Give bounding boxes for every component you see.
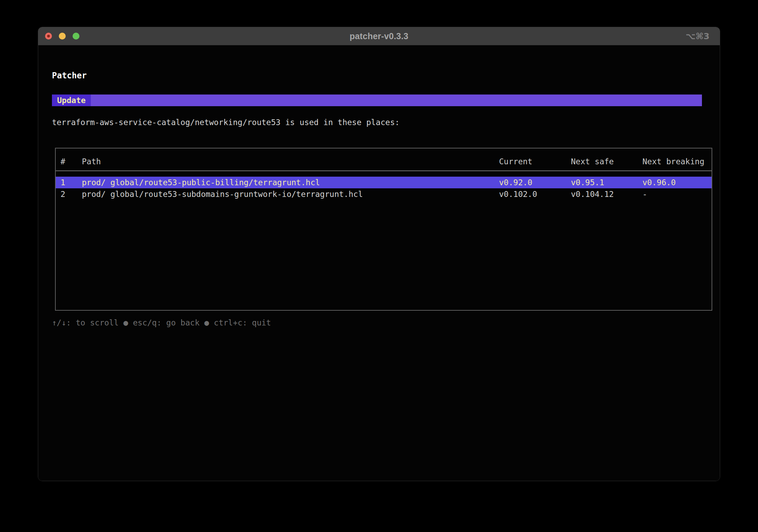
table-body: 1 prod/_global/route53-public-billing/te… [56,177,712,200]
row-next-breaking-version: - [642,190,712,199]
titlebar[interactable]: patcher-v0.3.3 ⌥⌘3 [38,27,720,45]
column-header-num: # [61,157,82,166]
help-bar: ↑/↓: to scroll ● esc/q: go back ● ctrl+c… [52,318,271,327]
terminal-content: Patcher Update terraform-aws-service-cat… [38,46,720,481]
tab-update[interactable]: Update [52,95,91,106]
column-header-next-breaking: Next breaking [642,157,712,166]
row-path: prod/_global/route53-subdomains-gruntwor… [82,190,499,199]
row-next-safe-version: v0.95.1 [571,178,642,187]
desktop-background: patcher-v0.3.3 ⌥⌘3 Patcher Update terraf… [0,0,758,532]
usage-table: # Path Current Next safe Next breaking 1… [55,148,712,311]
table-row-selected[interactable]: 1 prod/_global/route53-public-billing/te… [56,177,712,188]
patcher-app-window: patcher-v0.3.3 ⌥⌘3 Patcher Update terraf… [38,27,720,481]
row-path: prod/_global/route53-public-billing/terr… [82,178,499,187]
column-header-current: Current [499,157,571,166]
column-header-path: Path [82,157,499,166]
row-num: 1 [61,178,82,187]
column-header-next-safe: Next safe [571,157,642,166]
page-title: Patcher [52,71,87,80]
table-row[interactable]: 2 prod/_global/route53-subdomains-gruntw… [56,188,712,200]
row-current-version: v0.102.0 [499,190,571,199]
table-header-row: # Path Current Next safe Next breaking [56,157,712,166]
row-next-breaking-version: v0.96.0 [642,178,712,187]
row-next-safe-version: v0.104.12 [571,190,642,199]
row-num: 2 [61,190,82,199]
tab-bar: Update [52,95,702,106]
header-divider [56,170,712,171]
window-shortcut-hint: ⌥⌘3 [686,27,710,45]
row-current-version: v0.92.0 [499,178,571,187]
usage-description: terraform-aws-service-catalog/networking… [52,118,400,127]
window-title: patcher-v0.3.3 [38,31,720,41]
